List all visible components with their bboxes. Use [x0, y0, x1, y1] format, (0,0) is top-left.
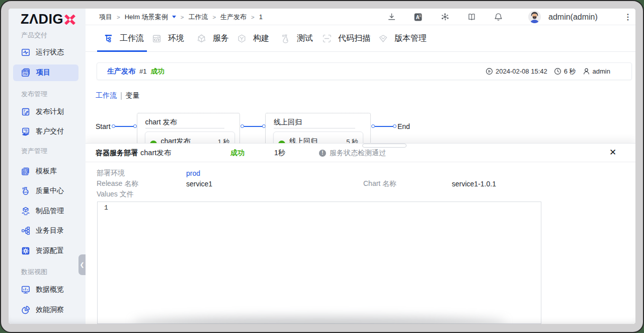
svg-text:文: 文	[419, 14, 422, 17]
svg-text:PM: PM	[23, 72, 28, 75]
